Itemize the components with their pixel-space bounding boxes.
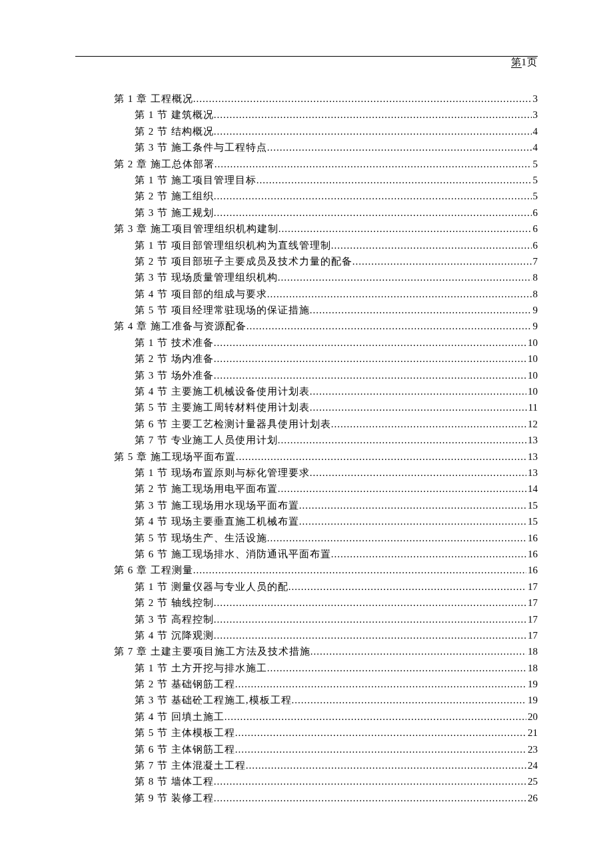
toc-leader-dots	[278, 269, 532, 285]
toc-leader-dots	[214, 627, 526, 643]
toc-entry: 第 4 章 施工准备与资源配备9	[75, 318, 538, 334]
toc-leader-dots	[214, 595, 526, 611]
toc-leader-dots	[215, 156, 532, 172]
toc-entry-title: 第 3 节 现场质量管理组织机构	[135, 269, 278, 285]
toc-entry-title: 第 1 节 建筑概况	[135, 107, 214, 123]
toc-entry-title: 第 1 节 测量仪器与专业人员的配	[135, 579, 289, 595]
toc-entry-title: 第 6 节 主要工艺检测计量器具使用计划表	[135, 416, 331, 432]
toc-leader-dots	[235, 676, 526, 692]
toc-entry-page: 12	[526, 416, 538, 432]
toc-leader-dots	[214, 790, 526, 806]
toc-leader-dots	[214, 188, 532, 204]
toc-entry-page: 9	[532, 302, 538, 318]
toc-leader-dots	[279, 221, 532, 237]
toc-entry-page: 4	[532, 123, 538, 139]
toc-entry-title: 第 2 节 施工现场用电平面布置	[135, 481, 278, 497]
toc-entry-page: 21	[526, 725, 538, 741]
toc-leader-dots	[278, 432, 526, 448]
toc-entry: 第 1 节 建筑概况3	[75, 107, 538, 123]
toc-entry-title: 第 5 节 现场生产、生活设施	[135, 530, 267, 546]
toc-entry: 第 4 节 沉降观测17	[75, 627, 538, 643]
toc-leader-dots	[246, 757, 526, 773]
toc-leader-dots	[310, 643, 526, 659]
toc-entry-title: 第 7 节 专业施工人员使用计划	[135, 432, 278, 448]
toc-entry-page: 4	[532, 139, 538, 155]
toc-leader-dots	[331, 546, 526, 562]
toc-entry-page: 9	[532, 318, 538, 334]
toc-leader-dots	[235, 725, 526, 741]
toc-leader-dots	[310, 302, 532, 318]
toc-leader-dots	[267, 139, 532, 155]
toc-entry: 第 2 章 施工总体部署5	[75, 156, 538, 172]
toc-entry-title: 第 7 节 主体混凝土工程	[135, 757, 246, 773]
toc-entry-page: 11	[527, 399, 538, 415]
toc-entry: 第 4 节 主要施工机械设备使用计划表10	[75, 383, 538, 399]
toc-entry-page: 10	[526, 367, 538, 383]
toc-leader-dots	[267, 286, 532, 302]
toc-entry: 第 2 节 场内准备10	[75, 351, 538, 367]
toc-entry: 第 5 节 项目经理常驻现场的保证措施9	[75, 302, 538, 318]
toc-entry-page: 23	[526, 741, 538, 757]
toc-entry-title: 第 9 节 装修工程	[135, 790, 214, 806]
toc-entry-page: 13	[526, 449, 538, 465]
toc-entry: 第 1 节 技术准备10	[75, 335, 538, 351]
toc-leader-dots	[214, 367, 526, 383]
toc-entry: 第 1 节 施工项目管理目标5	[75, 172, 538, 188]
toc-entry-title: 第 3 节 施工条件与工程特点	[135, 139, 267, 155]
toc-entry: 第 2 节 基础钢筋工程19	[75, 676, 538, 692]
toc-leader-dots	[310, 399, 527, 415]
toc-entry: 第 1 节 现场布置原则与标化管理要求13	[75, 465, 538, 481]
toc-entry-page: 8	[532, 286, 538, 302]
toc-entry-title: 第 1 节 现场布置原则与标化管理要求	[135, 465, 310, 481]
toc-entry: 第 5 节 主要施工周转材料使用计划表11	[75, 399, 538, 415]
toc-entry-page: 17	[526, 579, 538, 595]
toc-entry-page: 17	[526, 611, 538, 627]
toc-entry: 第 1 节 土方开挖与排水施工18	[75, 660, 538, 676]
toc-entry-page: 16	[526, 562, 538, 578]
toc-entry-page: 16	[526, 530, 538, 546]
page: 第1页 第 1 章 工程概况3第 1 节 建筑概况3第 2 节 结构概况4第 3…	[0, 0, 613, 868]
toc-entry-page: 3	[532, 107, 538, 123]
toc-entry-page: 13	[526, 465, 538, 481]
toc-leader-dots	[214, 351, 526, 367]
toc-entry: 第 2 节 施工组织5	[75, 188, 538, 204]
toc-entry-page: 8	[532, 269, 538, 285]
toc-entry-page: 26	[526, 790, 538, 806]
toc-leader-dots	[236, 449, 526, 465]
toc-entry-page: 18	[526, 660, 538, 676]
toc-entry-title: 第 4 章 施工准备与资源配备	[114, 318, 247, 334]
toc-entry-title: 第 3 节 高程控制	[135, 611, 214, 627]
toc-entry-page: 6	[532, 237, 538, 253]
toc-entry-title: 第 6 节 施工现场排水、消防通讯平面布置	[135, 546, 331, 562]
toc-leader-dots	[310, 465, 526, 481]
toc-entry-title: 第 3 节 基础砼工程施工,模板工程	[135, 692, 292, 708]
toc-entry: 第 7 节 专业施工人员使用计划13	[75, 432, 538, 448]
toc-entry-title: 第 2 节 施工组织	[135, 188, 214, 204]
toc-leader-dots	[352, 253, 532, 269]
toc-entry-page: 19	[526, 692, 538, 708]
toc-entry: 第 3 节 现场质量管理组织机构8	[75, 269, 538, 285]
toc-entry-title: 第 2 节 轴线控制	[135, 595, 214, 611]
page-header: 第1页	[75, 56, 538, 76]
page-number-prefix: 第	[511, 57, 522, 68]
toc-entry-page: 17	[526, 627, 538, 643]
toc-leader-dots	[214, 773, 526, 789]
toc-leader-dots	[247, 318, 532, 334]
toc-entry-title: 第 4 节 项目部的组成与要求	[135, 286, 267, 302]
toc-leader-dots	[214, 123, 532, 139]
toc-entry-page: 5	[532, 156, 538, 172]
toc-entry: 第 3 节 施工规划6	[75, 205, 538, 221]
toc-entry-title: 第 4 节 沉降观测	[135, 627, 214, 643]
toc-entry-title: 第 1 节 技术准备	[135, 335, 214, 351]
toc-entry: 第 1 章 工程概况3	[75, 91, 538, 107]
toc-entry-page: 10	[526, 351, 538, 367]
toc-entry-title: 第 8 节 墙体工程	[135, 773, 214, 789]
toc-entry-title: 第 5 节 项目经理常驻现场的保证措施	[135, 302, 310, 318]
toc-entry-title: 第 5 节 主体模板工程	[135, 725, 235, 741]
toc-entry: 第 8 节 墙体工程25	[75, 773, 538, 789]
toc-leader-dots	[299, 513, 526, 529]
toc-leader-dots	[299, 497, 526, 513]
toc-leader-dots	[214, 611, 526, 627]
toc-entry: 第 6 节 主体钢筋工程23	[75, 741, 538, 757]
toc-entry: 第 6 节 施工现场排水、消防通讯平面布置16	[75, 546, 538, 562]
